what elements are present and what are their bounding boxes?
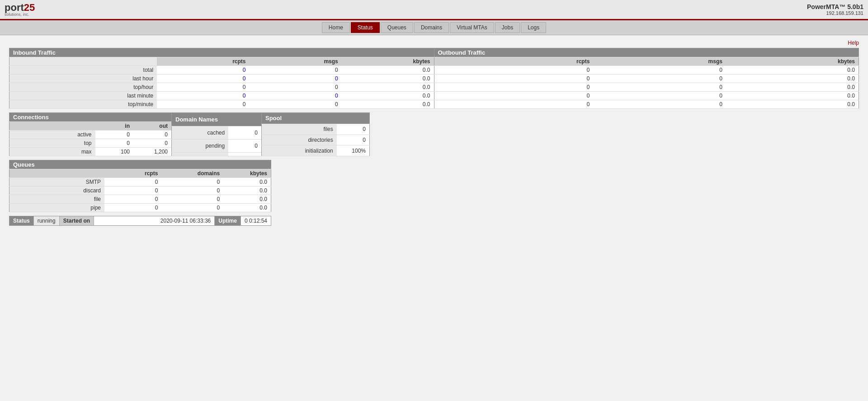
table-row: files 0 [262, 124, 370, 135]
conn-col-out: out [133, 122, 171, 131]
table-row: active 0 0 [9, 131, 172, 139]
inbound-col-kbytes: kbytes [342, 57, 434, 66]
conn-max-label: max [9, 148, 95, 156]
spool-files-val: 0 [337, 124, 370, 135]
queues-smtp-rcpts: 0 [104, 178, 161, 187]
table-row: top/minute 0 0 0.0 [9, 100, 434, 109]
inbound-col-msgs: msgs [250, 57, 342, 66]
inbound-row-topmin-label: top/minute [9, 100, 157, 109]
table-row: 0 0 0.0 [434, 83, 859, 92]
conn-top-label: top [9, 139, 95, 148]
queues-pipe-domains: 0 [161, 204, 223, 212]
table-row: file 0 0 0.0 [9, 195, 271, 204]
table-row: pipe 0 0 0.0 [9, 204, 271, 212]
table-row: max 100 1,200 [9, 148, 172, 156]
outbound-row-lastmin-rcpts: 0 [434, 92, 593, 100]
queues-col-kbytes: kbytes [223, 169, 271, 178]
outbound-row-lasthour-kbytes: 0.0 [726, 75, 859, 83]
queues-file-rcpts: 0 [104, 195, 161, 204]
outbound-row-total-msgs: 0 [593, 66, 726, 75]
spool-title: Spool [262, 113, 370, 124]
domain-names-title: Domain Names [172, 113, 262, 126]
inbound-row-total-label: total [9, 66, 157, 75]
inbound-row-lasthour-rcpts: 0 [157, 75, 249, 83]
conn-top-out: 0 [133, 139, 171, 148]
uptime-label: Uptime [215, 216, 241, 225]
spool-files-label: files [262, 124, 337, 135]
traffic-section: Inbound Traffic rcpts msgs kbytes total … [9, 48, 859, 109]
header: port25 solutions, inc. PowerMTA™ 5.0b1 1… [0, 0, 868, 20]
middle-section: Connections in out active 0 0 top 0 0 ma… [9, 112, 859, 156]
queues-discard-label: discard [9, 187, 105, 195]
queues-col-domains: domains [161, 169, 223, 178]
outbound-row-topmin-kbytes: 0.0 [726, 100, 859, 109]
conn-top-in: 0 [95, 139, 133, 148]
spool-dirs-val: 0 [337, 135, 370, 145]
inbound-row-topmin-rcpts: 0 [157, 100, 249, 109]
inbound-row-tophour-rcpts: 0 [157, 83, 249, 92]
queues-discard-rcpts: 0 [104, 187, 161, 195]
queues-title: Queues [9, 160, 271, 169]
queues-col-rcpts: rcpts [104, 169, 161, 178]
nav-home[interactable]: Home [322, 22, 350, 33]
started-on-value: 2020-09-11 06:33:36 [94, 216, 215, 225]
queues-table: Queues rcpts domains kbytes SMTP 0 0 0.0… [9, 160, 271, 212]
outbound-row-total-rcpts: 0 [434, 66, 593, 75]
outbound-row-tophour-msgs: 0 [593, 83, 726, 92]
table-row: pending 0 [172, 140, 262, 153]
table-row: 0 0 0.0 [434, 92, 859, 100]
table-row: cached 0 [172, 126, 262, 140]
nav-status[interactable]: Status [351, 22, 380, 33]
conn-max-out: 1,200 [133, 148, 171, 156]
conn-col-in: in [95, 122, 133, 131]
table-row: directories 0 [262, 135, 370, 145]
table-row: 0 0 0.0 [434, 100, 859, 109]
nav-queues[interactable]: Queues [381, 22, 413, 33]
app-version: PowerMTA™ 5.0b1 [807, 3, 863, 10]
started-on-label: Started on [60, 216, 94, 225]
table-row: last hour 0 0 0.0 [9, 75, 434, 83]
outbound-row-lasthour-rcpts: 0 [434, 75, 593, 83]
domain-cached-val: 0 [228, 126, 261, 140]
table-row [172, 153, 262, 156]
inbound-row-topmin-kbytes: 0.0 [342, 100, 434, 109]
inbound-row-total-msgs: 0 [250, 66, 342, 75]
nav-jobs[interactable]: Jobs [495, 22, 520, 33]
inbound-row-total-kbytes: 0.0 [342, 66, 434, 75]
connections-title: Connections [9, 113, 172, 122]
domain-pending-label: pending [172, 140, 229, 153]
outbound-traffic-table: Outbound Traffic rcpts msgs kbytes 0 0 0… [434, 48, 859, 109]
nav-virtual-mtas[interactable]: Virtual MTAs [450, 22, 494, 33]
app-title: PowerMTA™ 5.0b1 192.168.159.131 [807, 3, 863, 16]
outbound-row-lastmin-kbytes: 0.0 [726, 92, 859, 100]
queues-smtp-kbytes: 0.0 [223, 178, 271, 187]
table-row: last minute 0 0 0.0 [9, 92, 434, 100]
queues-file-kbytes: 0.0 [223, 195, 271, 204]
nav-domains[interactable]: Domains [414, 22, 449, 33]
conn-active-out: 0 [133, 131, 171, 139]
inbound-traffic-table: Inbound Traffic rcpts msgs kbytes total … [9, 48, 434, 109]
inbound-row-total-rcpts: 0 [157, 66, 249, 75]
queues-pipe-rcpts: 0 [104, 204, 161, 212]
outbound-row-topmin-msgs: 0 [593, 100, 726, 109]
nav-bar: Home Status Queues Domains Virtual MTAs … [0, 20, 868, 35]
outbound-row-lastmin-msgs: 0 [593, 92, 726, 100]
queues-pipe-kbytes: 0.0 [223, 204, 271, 212]
outbound-row-total-kbytes: 0.0 [726, 66, 859, 75]
queues-file-label: file [9, 195, 105, 204]
conn-active-label: active [9, 131, 95, 139]
status-value: running [34, 216, 60, 225]
outbound-col-kbytes: kbytes [726, 57, 859, 66]
inbound-row-lastmin-label: last minute [9, 92, 157, 100]
table-row: top 0 0 [9, 139, 172, 148]
help-link[interactable]: Help [9, 40, 859, 46]
inbound-row-lastmin-msgs: 0 [250, 92, 342, 100]
uptime-value: 0 0:12:54 [241, 216, 271, 225]
queues-smtp-domains: 0 [161, 178, 223, 187]
inbound-row-lastmin-rcpts: 0 [157, 92, 249, 100]
queues-discard-domains: 0 [161, 187, 223, 195]
inbound-title: Inbound Traffic [9, 48, 434, 57]
nav-logs[interactable]: Logs [521, 22, 546, 33]
queues-discard-kbytes: 0.0 [223, 187, 271, 195]
help-anchor[interactable]: Help [848, 40, 859, 46]
